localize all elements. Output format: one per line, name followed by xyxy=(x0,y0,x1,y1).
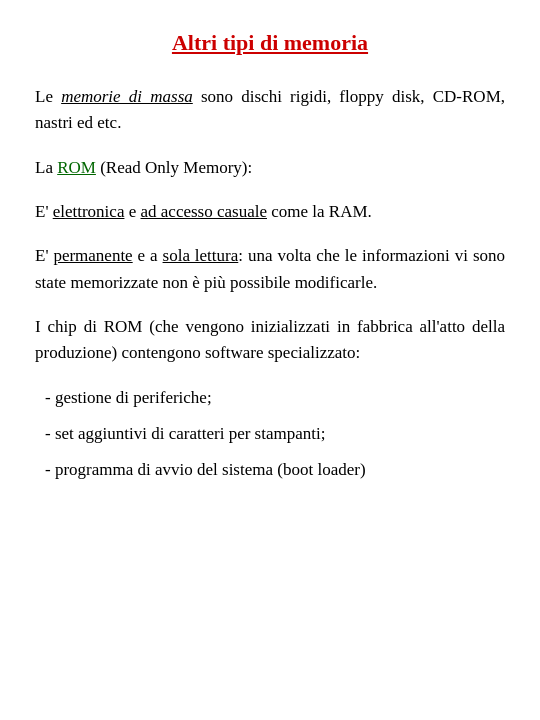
page-title: Altri tipi di memoria xyxy=(35,30,505,56)
rom-link: ROM xyxy=(57,158,96,177)
paragraph-5: I chip di ROM (che vengono inizializzati… xyxy=(35,314,505,367)
list-item-3: - programma di avvio del sistema (boot l… xyxy=(45,457,505,483)
permanente-link: permanente xyxy=(53,246,132,265)
accesso-casuale-link: ad accesso casuale xyxy=(141,202,267,221)
title-link[interactable]: Altri tipi di memoria xyxy=(172,30,368,55)
list-item-1: - gestione di periferiche; xyxy=(45,385,505,411)
paragraph-2: La ROM (Read Only Memory): xyxy=(35,155,505,181)
sola-lettura-link: sola lettura xyxy=(163,246,239,265)
paragraph-3: E' elettronica e ad accesso casuale come… xyxy=(35,199,505,225)
paragraph-4: E' permanente e a sola lettura: una volt… xyxy=(35,243,505,296)
list-item-2: - set aggiuntivi di caratteri per stampa… xyxy=(45,421,505,447)
memorie-di-massa-link: memorie di massa xyxy=(61,87,193,106)
paragraph-1: Le memorie di massa sono dischi rigidi, … xyxy=(35,84,505,137)
elettronica-link: elettronica xyxy=(53,202,125,221)
